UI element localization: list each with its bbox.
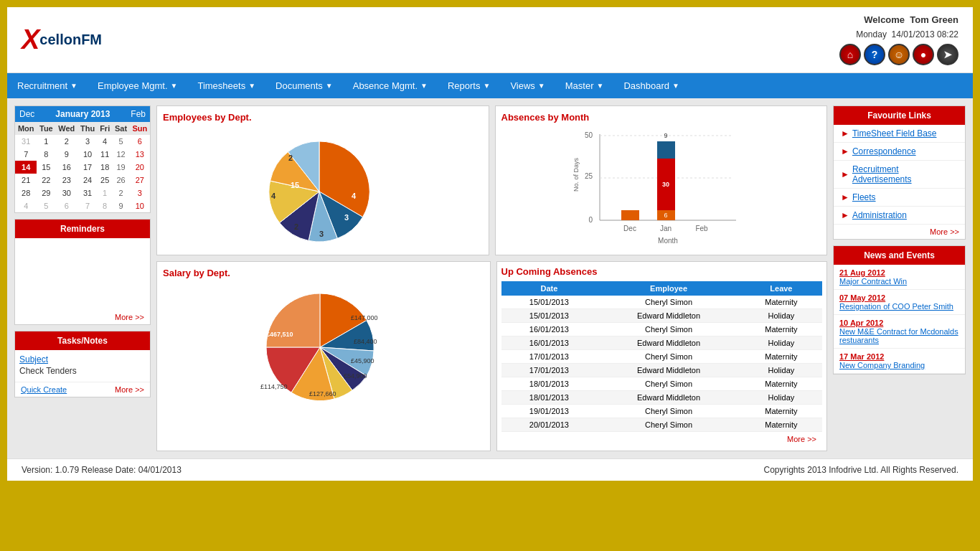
- subject-link[interactable]: Subject: [19, 354, 146, 364]
- calendar-day[interactable]: 13: [130, 148, 150, 161]
- table-cell-leave: Holiday: [740, 364, 822, 377]
- calendar-day[interactable]: 21: [15, 174, 37, 187]
- calendar-day[interactable]: 28: [15, 187, 37, 199]
- table-cell-employee: Edward Middleton: [597, 336, 740, 350]
- news-title-2[interactable]: New M&E Contract for Mcdonalds restuaran…: [839, 327, 959, 344]
- fav-link-recruitment-ads-anchor[interactable]: Recruitment Advertisements: [852, 164, 958, 184]
- calendar-day[interactable]: 9: [55, 148, 77, 161]
- calendar-day[interactable]: 12: [112, 148, 129, 161]
- calendar-day[interactable]: 7: [77, 199, 98, 212]
- fav-link-correspondence-anchor[interactable]: Correspondence: [852, 146, 916, 156]
- chevron-down-icon: ▼: [596, 82, 603, 90]
- calendar-day[interactable]: 14: [15, 161, 37, 174]
- calendar-day[interactable]: 27: [130, 174, 150, 187]
- tasks-more[interactable]: More >>: [115, 385, 144, 394]
- nav-dashboard[interactable]: Dashboard ▼: [613, 73, 689, 98]
- nav-reports[interactable]: Reports ▼: [438, 73, 500, 98]
- table-row: 20/01/2013Cheryl SimonMaternity: [501, 418, 823, 432]
- salary-chart-box: Salary by Dept.: [156, 261, 491, 451]
- calendar-day[interactable]: 4: [98, 135, 113, 148]
- fav-link-timesheet-anchor[interactable]: TimeSheet Field Base: [852, 128, 937, 138]
- news-title-1[interactable]: Resignation of COO Peter Smith: [839, 302, 959, 311]
- calendar-day[interactable]: 4: [15, 199, 37, 212]
- news-date-1[interactable]: 07 May 2012: [839, 293, 959, 302]
- calendar-day[interactable]: 19: [112, 161, 129, 174]
- fav-links-more[interactable]: More >>: [834, 225, 965, 239]
- calendar-day[interactable]: 1: [98, 187, 113, 199]
- record-icon[interactable]: ●: [913, 44, 934, 65]
- fav-link-administration-anchor[interactable]: Administration: [852, 210, 907, 220]
- svg-text:£467,510: £467,510: [266, 331, 293, 338]
- calendar-day[interactable]: 6: [130, 135, 150, 148]
- calendar-day[interactable]: 11: [98, 148, 113, 161]
- calendar-day[interactable]: 16: [55, 161, 77, 174]
- calendar-day[interactable]: 31: [15, 135, 37, 148]
- nav-absence-mgmt[interactable]: Absence Mgmt. ▼: [343, 73, 438, 98]
- nav-bar: Recruitment ▼ Employee Mgmt. ▼ Timesheet…: [7, 73, 973, 98]
- calendar-day[interactable]: 10: [77, 148, 98, 161]
- table-cell-leave: Holiday: [740, 309, 822, 323]
- calendar-day[interactable]: 9: [112, 199, 129, 212]
- nav-employee-mgmt[interactable]: Employee Mgmt. ▼: [88, 73, 187, 98]
- table-row: 17/01/2013Edward MiddletonHoliday: [501, 364, 823, 377]
- calendar-day[interactable]: 29: [37, 187, 55, 199]
- fav-link-administration: ► Administration: [834, 207, 965, 225]
- upcoming-absences-box: Up Coming Absences Date Employee Leave 1…: [496, 261, 828, 451]
- calendar-day[interactable]: 6: [55, 199, 77, 212]
- calendar-day[interactable]: 3: [77, 135, 98, 148]
- exit-icon[interactable]: ➤: [937, 44, 958, 65]
- employees-pie-container: 15 4 3 3 2 4 2: [163, 127, 483, 249]
- calendar-day[interactable]: 10: [130, 199, 150, 212]
- next-month-label: Feb: [131, 109, 146, 119]
- calendar-day[interactable]: 17: [77, 161, 98, 174]
- reminders-more[interactable]: More >>: [15, 310, 150, 324]
- help-icon[interactable]: ?: [864, 44, 885, 65]
- table-cell-employee: Cheryl Simon: [597, 296, 740, 309]
- top-charts-row: Employees by Dept.: [156, 105, 827, 255]
- user-icon[interactable]: ☺: [888, 44, 910, 65]
- nav-documents[interactable]: Documents ▼: [265, 73, 343, 98]
- nav-timesheets[interactable]: Timesheets ▼: [187, 73, 265, 98]
- calendar-day[interactable]: 20: [130, 161, 150, 174]
- salary-pie-chart: £467,510 £147,000 £84,400 £45,900 £54,90…: [245, 283, 402, 405]
- cal-header-thu: Thu: [77, 122, 98, 135]
- news-title-0[interactable]: Major Contract Win: [839, 277, 959, 286]
- calendar-day[interactable]: 1: [37, 135, 55, 148]
- news-date-2[interactable]: 10 Apr 2012: [839, 319, 959, 327]
- calendar-day[interactable]: 31: [77, 187, 98, 199]
- nav-recruitment[interactable]: Recruitment ▼: [7, 73, 88, 98]
- fav-link-fleets-anchor[interactable]: Fleets: [852, 192, 876, 202]
- news-date-3[interactable]: 17 Mar 2012: [839, 352, 959, 361]
- news-title-3[interactable]: New Company Branding: [839, 361, 959, 369]
- calendar-day[interactable]: 8: [98, 199, 113, 212]
- nav-views[interactable]: Views ▼: [500, 73, 555, 98]
- logo-x: X: [22, 24, 39, 55]
- table-cell-leave: Maternity: [740, 405, 822, 418]
- calendar-day[interactable]: 5: [112, 135, 129, 148]
- calendar-day[interactable]: 5: [37, 199, 55, 212]
- table-cell-leave: Maternity: [740, 377, 822, 391]
- quick-create-link[interactable]: Quick Create: [21, 385, 67, 394]
- calendar-day[interactable]: 18: [98, 161, 113, 174]
- calendar-day[interactable]: 8: [37, 148, 55, 161]
- calendar-day[interactable]: 22: [37, 174, 55, 187]
- calendar-day[interactable]: 23: [55, 174, 77, 187]
- calendar-day[interactable]: 30: [55, 187, 77, 199]
- news-events-box: News and Events 21 Aug 2012 Major Contra…: [833, 245, 966, 375]
- calendar-day[interactable]: 2: [112, 187, 129, 199]
- calendar-day[interactable]: 3: [130, 187, 150, 199]
- fav-link-correspondence: ► Correspondence: [834, 143, 965, 161]
- calendar-day[interactable]: 15: [37, 161, 55, 174]
- tasks-footer: Quick Create More >>: [15, 382, 150, 397]
- absences-more[interactable]: More >>: [501, 432, 823, 446]
- calendar-day[interactable]: 24: [77, 174, 98, 187]
- svg-text:3: 3: [344, 213, 349, 222]
- news-date-0[interactable]: 21 Aug 2012: [839, 268, 959, 277]
- salary-chart-title: Salary by Dept.: [163, 268, 484, 278]
- calendar-day[interactable]: 25: [98, 174, 113, 187]
- home-icon[interactable]: ⌂: [839, 44, 861, 65]
- calendar-day[interactable]: 7: [15, 148, 37, 161]
- nav-master[interactable]: Master ▼: [555, 73, 614, 98]
- calendar-day[interactable]: 2: [55, 135, 77, 148]
- calendar-day[interactable]: 26: [112, 174, 129, 187]
